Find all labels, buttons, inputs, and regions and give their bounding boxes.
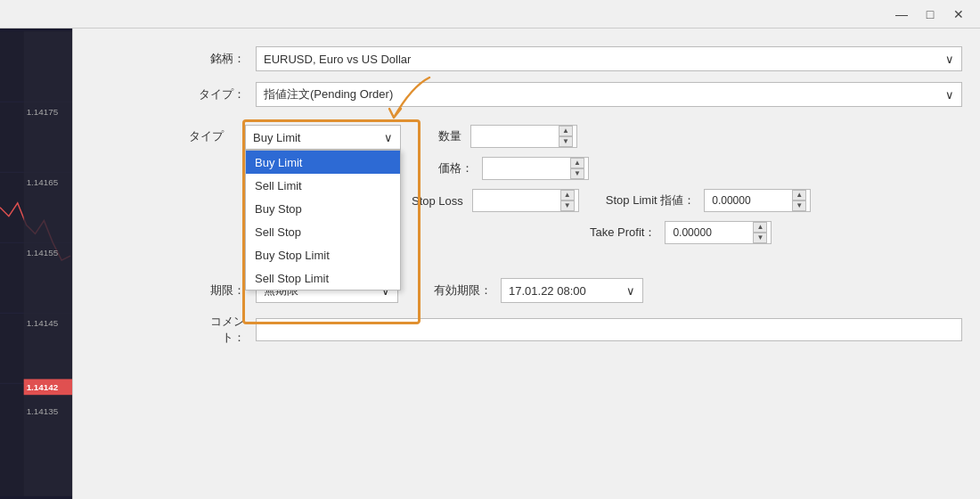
instrument-value: EURUSD, Euro vs US Dollar	[264, 53, 411, 66]
stoplimit-input[interactable]	[712, 194, 774, 207]
qty-spin-down[interactable]: ▼	[559, 136, 573, 147]
svg-text:1.14175: 1.14175	[27, 107, 59, 117]
dropdown-item-sell-stop[interactable]: Sell Stop	[246, 220, 400, 243]
stoploss-spinners: ▲ ▼	[560, 190, 575, 211]
expiry-chevron: ∨	[626, 284, 635, 298]
takeprofit-right-row: Take Profit： ▲ ▼	[412, 221, 772, 244]
dropdown-chevron: ∨	[384, 131, 393, 144]
stoplimit-spin-down[interactable]: ▼	[792, 200, 806, 211]
dropdown-item-sell-limit[interactable]: Sell Limit	[246, 174, 400, 197]
stoplimit-spin-up[interactable]: ▲	[792, 190, 806, 200]
inline-type-label: タイプ	[189, 128, 224, 144]
svg-text:1.14135: 1.14135	[27, 406, 59, 416]
comment-row: コメント：	[189, 314, 962, 346]
comment-label: コメント：	[189, 314, 256, 346]
takeprofit-label: Take Profit：	[590, 225, 665, 241]
svg-rect-6	[24, 31, 72, 496]
title-bar: — □ ✕	[0, 0, 980, 29]
dropdown-item-sell-stop-limit[interactable]: Sell Stop Limit	[246, 266, 400, 290]
stoploss-row: Stop Loss ▲ ▼ Stop Limit 指値：	[412, 189, 811, 212]
dropdown-list: Buy Limit Sell Limit Buy Stop Sell Stop …	[245, 150, 401, 290]
stoploss-input-wrapper: ▲ ▼	[472, 189, 579, 212]
takeprofit-spin-up[interactable]: ▲	[753, 222, 767, 233]
expiry-value: 17.01.22 08:00	[509, 284, 586, 298]
dropdown-area-spacer: タイプ Buy Limit ∨	[189, 118, 962, 278]
svg-text:1.14142: 1.14142	[27, 382, 59, 392]
price-input-wrapper: ▲ ▼	[482, 157, 589, 180]
stoplimit-label: Stop Limit 指値：	[579, 192, 704, 209]
chart-panel: 1.14175 1.14165 1.14155 1.14145 1.14142 …	[0, 29, 73, 499]
price-spin-down[interactable]: ▼	[570, 168, 584, 179]
price-input[interactable]	[490, 162, 552, 175]
instrument-chevron: ∨	[945, 53, 954, 66]
dropdown-item-buy-stop[interactable]: Buy Stop	[246, 197, 400, 220]
stoploss-input[interactable]	[480, 194, 543, 207]
takeprofit-input[interactable]	[673, 226, 735, 239]
expiry-right: 有効期限： 17.01.22 08:00 ∨	[434, 278, 643, 303]
stoploss-spin-down[interactable]: ▼	[560, 200, 575, 211]
main-window: — □ ✕ 1.14175 1.14165 1.14	[0, 0, 980, 499]
instrument-select[interactable]: EURUSD, Euro vs US Dollar ∨	[256, 46, 962, 71]
dropdown-item-buy-limit[interactable]: Buy Limit	[246, 151, 400, 174]
stoplimit-input-wrapper: ▲ ▼	[704, 189, 811, 212]
type-pending-value: 指値注文(Pending Order)	[264, 86, 393, 102]
type-pending-select[interactable]: 指値注文(Pending Order) ∨	[256, 82, 962, 107]
qty-spin-up[interactable]: ▲	[559, 126, 573, 136]
expiry-select[interactable]: 17.01.22 08:00 ∨	[501, 278, 643, 303]
price-spin-up[interactable]: ▲	[570, 158, 584, 168]
stoplimit-spinners: ▲ ▼	[792, 190, 806, 211]
qty-label: 数量	[438, 128, 470, 144]
type-dropdown-trigger[interactable]: Buy Limit ∨	[245, 125, 401, 150]
price-spinners: ▲ ▼	[570, 158, 584, 179]
dropdown-trigger-container: Buy Limit ∨ Buy Limit Sell Limit Buy Sto…	[245, 125, 401, 290]
close-button[interactable]: ✕	[944, 2, 973, 27]
comment-input[interactable]	[256, 318, 962, 341]
stoploss-label: Stop Loss	[412, 194, 472, 208]
takeprofit-spinners: ▲ ▼	[753, 222, 767, 243]
content-area: 1.14175 1.14165 1.14155 1.14145 1.14142 …	[0, 29, 980, 499]
maximize-button[interactable]: □	[916, 2, 944, 27]
instrument-label: 銘柄：	[189, 51, 256, 67]
form-panel: 銘柄： EURUSD, Euro vs US Dollar ∨ タイプ： 指値注…	[73, 29, 980, 499]
type-pending-chevron: ∨	[945, 88, 954, 102]
qty-input-wrapper: ▲ ▼	[470, 125, 577, 148]
dropdown-item-buy-stop-limit[interactable]: Buy Stop Limit	[246, 243, 400, 266]
takeprofit-input-wrapper: ▲ ▼	[665, 221, 772, 244]
type-label: タイプ：	[189, 86, 256, 102]
qty-input[interactable]	[478, 130, 541, 143]
chart-svg: 1.14175 1.14165 1.14155 1.14145 1.14142 …	[0, 29, 72, 499]
takeprofit-spin-down[interactable]: ▼	[753, 233, 767, 243]
qty-spinners: ▲ ▼	[559, 126, 573, 147]
svg-text:1.14155: 1.14155	[27, 248, 59, 258]
type-pending-row: タイプ： 指値注文(Pending Order) ∨	[189, 82, 962, 107]
price-row: 価格： ▲ ▼	[438, 157, 589, 180]
price-label: 価格：	[438, 160, 482, 176]
svg-text:1.14145: 1.14145	[27, 318, 59, 328]
expiry-label: 有効期限：	[434, 282, 501, 299]
qty-row: 数量 ▲ ▼	[438, 125, 577, 148]
minimize-button[interactable]: —	[887, 2, 916, 27]
main-form: 銘柄： EURUSD, Euro vs US Dollar ∨ タイプ： 指値注…	[189, 46, 962, 346]
stoploss-spin-up[interactable]: ▲	[560, 190, 575, 200]
svg-text:1.14165: 1.14165	[27, 177, 59, 187]
dropdown-trigger-label: Buy Limit	[253, 131, 300, 144]
instrument-row: 銘柄： EURUSD, Euro vs US Dollar ∨	[189, 46, 962, 71]
